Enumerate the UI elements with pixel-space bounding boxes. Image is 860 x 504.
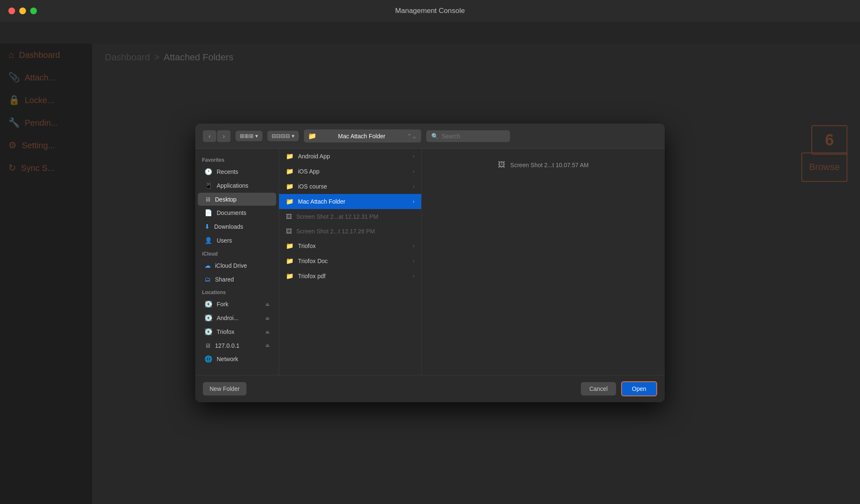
triofox-pdf-folder-icon: 📁	[286, 272, 294, 280]
downloads-icon: ⬇	[205, 223, 210, 230]
new-folder-button[interactable]: New Folder	[203, 382, 246, 395]
dialog-footer: New Folder Cancel Open	[195, 375, 665, 402]
file-item-ios-app-label: iOS App	[298, 168, 319, 175]
footer-right: Cancel Open	[581, 381, 657, 396]
favorites-section-label: Favorites	[195, 154, 279, 165]
sidebar-item-fork-label: Fork	[217, 301, 228, 308]
file-item-triofox-pdf[interactable]: 📁 Triofox pdf ›	[279, 269, 421, 284]
sidebar-item-network[interactable]: 🌐 Network	[198, 352, 276, 366]
grid-icon: ⊟⊟⊟⊟	[272, 133, 290, 139]
preview-panel: 🖼 Screen Shot 2...t 10.07.57 AM	[422, 149, 665, 375]
documents-icon: 📄	[205, 209, 212, 217]
triofox-folder-icon: 📁	[286, 242, 294, 250]
file-item-triofox-label: Triofox	[298, 243, 316, 249]
dialog-sidebar: Favorites 🕐 Recents 📱 Applications 🖥 Des…	[195, 149, 279, 375]
maximize-button[interactable]	[30, 8, 37, 14]
sidebar-item-downloads[interactable]: ⬇ Downloads	[198, 220, 276, 233]
sidebar-item-documents-label: Documents	[217, 209, 246, 216]
sidebar-item-desktop[interactable]: 🖥 Desktop	[198, 193, 276, 206]
view-columns-button[interactable]: ⊞⊞⊞ ▾	[236, 131, 262, 141]
file-item-screenshot1-label: Screen Shot 2...at 12.12.31 PM	[296, 213, 378, 220]
preview-file-item: 🖼 Screen Shot 2...t 10.07.57 AM	[498, 160, 589, 169]
sidebar-item-recents[interactable]: 🕐 Recents	[198, 165, 276, 178]
columns-dropdown-icon: ▾	[255, 133, 258, 139]
android-eject-icon[interactable]: ⏏	[265, 315, 269, 321]
users-icon: 👤	[205, 237, 212, 244]
sidebar-item-icloud-drive[interactable]: ☁ iCloud Drive	[198, 259, 276, 272]
sidebar-item-network-label: Network	[217, 356, 238, 362]
mac-attach-chevron-icon: ›	[413, 199, 414, 204]
network-icon: 🌐	[205, 355, 212, 363]
window-title: Management Console	[395, 7, 465, 15]
back-button[interactable]: ‹	[203, 130, 216, 142]
view-grid-button[interactable]: ⊟⊟⊟⊟ ▾	[267, 131, 299, 141]
preview-file-icon: 🖼	[498, 160, 505, 169]
sidebar-item-localhost-label: 127.0.0.1	[215, 342, 239, 349]
file-item-triofox-pdf-label: Triofox pdf	[298, 273, 326, 279]
sidebar-item-desktop-label: Desktop	[215, 196, 236, 203]
file-item-android-app[interactable]: 📁 Android App ›	[279, 149, 421, 164]
sidebar-item-icloud-drive-label: iCloud Drive	[215, 262, 247, 269]
sidebar-item-recents-label: Recents	[217, 168, 238, 175]
back-icon: ‹	[209, 133, 211, 140]
file-item-ios-course[interactable]: 📁 iOS course ›	[279, 179, 421, 194]
file-list-panel: 📁 Android App › 📁 iOS App › 📁 iOS course…	[279, 149, 422, 375]
fork-eject-icon[interactable]: ⏏	[265, 302, 269, 307]
sidebar-item-downloads-label: Downloads	[214, 223, 243, 230]
locations-section-label: Locations	[195, 286, 279, 297]
search-icon: 🔍	[431, 133, 438, 140]
ios-course-chevron-icon: ›	[413, 184, 414, 189]
ios-course-folder-icon: 📁	[286, 183, 294, 190]
open-button[interactable]: Open	[621, 381, 657, 396]
sidebar-item-triofox[interactable]: 💽 Triofox ⏏	[198, 325, 276, 339]
file-item-triofox[interactable]: 📁 Triofox ›	[279, 238, 421, 253]
sidebar-item-documents[interactable]: 📄 Documents	[198, 206, 276, 220]
ios-app-folder-icon: 📁	[286, 168, 294, 175]
titlebar: Management Console	[0, 0, 860, 22]
sidebar-item-shared-label: Shared	[215, 276, 234, 283]
cancel-label: Cancel	[589, 385, 608, 392]
triofox-drive-icon: 💽	[205, 328, 212, 336]
desktop-icon: 🖥	[205, 196, 211, 203]
dialog-toolbar: ‹ › ⊞⊞⊞ ▾ ⊟⊟⊟⊟ ▾ 📁 Mac Attach Folder ⌃⌄ …	[195, 124, 665, 149]
location-name: Mac Attach Folder	[338, 133, 386, 140]
file-item-screenshot1[interactable]: 🖼 Screen Shot 2...at 12.12.31 PM	[279, 209, 421, 224]
icloud-drive-icon: ☁	[205, 262, 211, 269]
applications-icon: 📱	[205, 182, 212, 189]
file-area: 📁 Android App › 📁 iOS App › 📁 iOS course…	[279, 149, 665, 375]
localhost-eject-icon[interactable]: ⏏	[265, 343, 269, 348]
sidebar-item-triofox-label: Triofox	[217, 328, 234, 335]
minimize-button[interactable]	[19, 8, 26, 14]
location-dropdown[interactable]: 📁 Mac Attach Folder ⌃⌄	[304, 129, 421, 142]
android-app-chevron-icon: ›	[413, 153, 414, 159]
cancel-button[interactable]: Cancel	[581, 382, 616, 395]
sidebar-item-shared[interactable]: 🗂 Shared	[198, 273, 276, 286]
localhost-icon: 🖥	[205, 342, 211, 349]
icloud-section-label: iCloud	[195, 248, 279, 258]
sidebar-item-android-label: Androi...	[217, 315, 238, 321]
open-label: Open	[632, 385, 646, 392]
dialog-body: Favorites 🕐 Recents 📱 Applications 🖥 Des…	[195, 149, 665, 375]
sidebar-item-android[interactable]: 💽 Androi... ⏏	[198, 311, 276, 325]
sidebar-item-users[interactable]: 👤 Users	[198, 234, 276, 247]
android-app-folder-icon: 📁	[286, 152, 294, 160]
sidebar-item-localhost[interactable]: 🖥 127.0.0.1 ⏏	[198, 339, 276, 352]
file-item-ios-app[interactable]: 📁 iOS App ›	[279, 164, 421, 179]
triofox-eject-icon[interactable]: ⏏	[265, 329, 269, 335]
triofox-doc-chevron-icon: ›	[413, 258, 414, 264]
close-button[interactable]	[8, 8, 15, 14]
file-item-mac-attach[interactable]: 📁 Mac Attach Folder ›	[279, 194, 421, 209]
triofox-pdf-chevron-icon: ›	[413, 273, 414, 279]
sidebar-item-applications[interactable]: 📱 Applications	[198, 179, 276, 192]
file-item-screenshot2-label: Screen Shot 2...t 12.17.26 PM	[296, 228, 375, 235]
shared-icon: 🗂	[205, 276, 211, 283]
file-item-triofox-doc[interactable]: 📁 Triofox Doc ›	[279, 253, 421, 269]
search-input[interactable]	[442, 133, 496, 140]
forward-button[interactable]: ›	[217, 130, 231, 142]
file-item-screenshot2[interactable]: 🖼 Screen Shot 2...t 12.17.26 PM	[279, 224, 421, 238]
mac-attach-folder-icon: 📁	[286, 198, 294, 205]
fork-drive-icon: 💽	[205, 300, 212, 308]
sidebar-item-fork[interactable]: 💽 Fork ⏏	[198, 297, 276, 311]
recents-icon: 🕐	[205, 168, 212, 176]
search-box: 🔍	[426, 130, 510, 142]
